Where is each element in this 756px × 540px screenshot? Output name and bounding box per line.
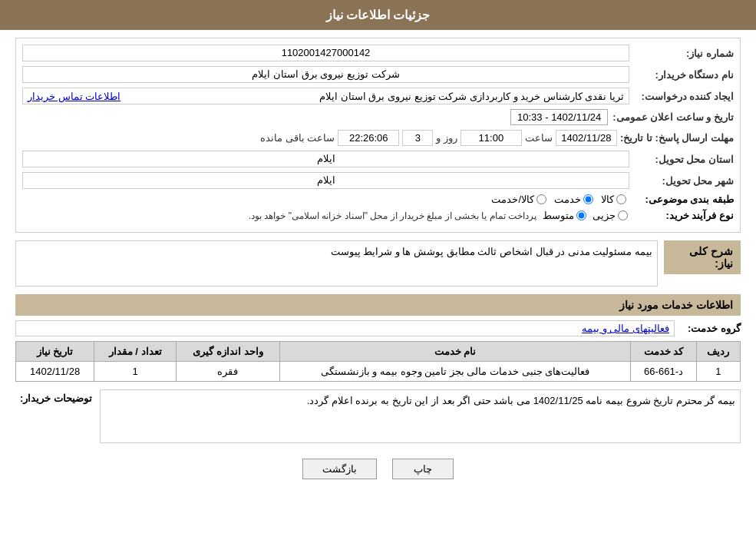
purchase-type-radio-jozii[interactable]: جزیی <box>593 210 628 221</box>
need-number-row: شماره نیاز: 1102001427000142 <box>22 45 734 61</box>
category-radio-khedmat[interactable]: خدمت <box>554 194 593 205</box>
cell-unit: فقره <box>177 362 280 382</box>
province-value: ایلام <box>22 151 629 167</box>
remaining-time-label: ساعت باقی مانده <box>260 132 335 144</box>
button-row: چاپ بازگشت <box>15 459 741 479</box>
buyer-desc-text: بیمه گر محترم تاریخ شروع بیمه نامه 1402/… <box>307 395 735 406</box>
purchase-type-motavasset-label: متوسط <box>543 210 574 221</box>
province-label: استان محل تحویل: <box>634 154 734 165</box>
purchase-type-jozii-label: جزیی <box>593 210 616 221</box>
need-number-value: 1102001427000142 <box>22 45 629 61</box>
buyer-org-row: نام دستگاه خریدار: شرکت توزیع نیروی برق … <box>22 66 734 83</box>
need-description-header: شرح کلی نیاز: <box>664 240 741 274</box>
deadline-row: مهلت ارسال پاسخ: تا تاریخ: 1402/11/28 سا… <box>22 130 734 146</box>
col-quantity: تعداد / مقدار <box>94 342 177 362</box>
page-wrapper: جزئیات اطلاعات نیاز شماره نیاز: 11020014… <box>0 0 756 540</box>
need-description-section: شرح کلی نیاز: <box>15 240 741 287</box>
purchase-type-label: نوع فرآیند خرید: <box>634 210 734 221</box>
col-service-code: کد خدمت <box>631 342 696 362</box>
category-kala-label: کالا <box>601 194 614 205</box>
purchase-type-radio-motavasset[interactable]: متوسط <box>543 210 586 221</box>
buyer-description-section: بیمه گر محترم تاریخ شروع بیمه نامه 1402/… <box>15 389 741 443</box>
buyer-desc-box: بیمه گر محترم تاریخ شروع بیمه نامه 1402/… <box>100 389 741 443</box>
buyer-desc-label: توضیحات خریدار: <box>15 389 92 404</box>
info-section: شماره نیاز: 1102001427000142 نام دستگاه … <box>15 38 741 233</box>
city-row: شهر محل تحویل: ایلام <box>22 172 734 189</box>
col-service-name: نام خدمت <box>279 342 631 362</box>
deadline-time-label: ساعت <box>525 132 553 144</box>
category-label: طبقه بندی موضوعی: <box>634 194 734 205</box>
service-info-header: اطلاعات خدمات مورد نیاز <box>15 294 741 316</box>
creator-value: ثریا نقدی کارشناس خرید و کاربردازی شرکت … <box>319 91 624 102</box>
col-need-date: تاریخ نیاز <box>16 342 94 362</box>
print-button[interactable]: چاپ <box>392 459 454 479</box>
cell-service-code: د-661-66 <box>631 362 696 382</box>
announce-value: 1402/11/24 - 10:33 <box>510 109 608 125</box>
city-label: شهر محل تحویل: <box>634 175 734 187</box>
col-unit: واحد اندازه گیری <box>177 342 280 362</box>
remaining-day-label: روز و <box>436 132 457 144</box>
service-group-value-link[interactable]: فعالیتهای مالی و بیمه <box>582 323 669 334</box>
cell-service-name: فعالیت‌های جنبی خدمات مالی بجز تامین وجو… <box>279 362 631 382</box>
buyer-org-label: نام دستگاه خریدار: <box>634 69 734 81</box>
service-group-value: فعالیتهای مالی و بیمه <box>15 320 675 336</box>
buyer-org-value: شرکت توزیع نیروی برق استان ایلام <box>22 66 629 83</box>
cell-quantity: 1 <box>94 362 177 382</box>
category-row: طبقه بندی موضوعی: کالا خدمت کالا/خدمت <box>22 194 734 205</box>
remaining-days: 3 <box>402 130 433 146</box>
category-kala-khedmat-label: کالا/خدمت <box>491 194 534 205</box>
creator-row: ایجاد کننده درخواست: ثریا نقدی کارشناس خ… <box>22 88 734 104</box>
need-description-textarea <box>15 240 658 287</box>
table-row: 1 د-661-66 فعالیت‌های جنبی خدمات مالی بج… <box>16 362 741 382</box>
purchase-type-row: نوع فرآیند خرید: جزیی متوسط پرداخت تمام … <box>22 210 734 221</box>
category-radio-kala[interactable]: کالا <box>601 194 626 205</box>
creator-value-box: ثریا نقدی کارشناس خرید و کاربردازی شرکت … <box>22 88 629 104</box>
cell-row-num: 1 <box>696 362 740 382</box>
page-title: جزئیات اطلاعات نیاز <box>326 8 431 22</box>
back-button[interactable]: بازگشت <box>302 459 377 479</box>
col-row-num: ردیف <box>696 342 740 362</box>
page-header: جزئیات اطلاعات نیاز <box>0 0 756 30</box>
announce-label: تاریخ و ساعت اعلان عمومی: <box>612 111 734 123</box>
province-row: استان محل تحویل: ایلام <box>22 151 734 167</box>
remaining-time: 22:26:06 <box>338 130 399 146</box>
deadline-date: 1402/11/28 <box>556 130 617 146</box>
need-number-label: شماره نیاز: <box>634 48 734 59</box>
contact-link[interactable]: اطلاعات تماس خریدار <box>28 91 120 102</box>
deadline-time: 11:00 <box>461 130 522 146</box>
service-group-label: گروه خدمت: <box>679 323 741 334</box>
main-content: شماره نیاز: 1102001427000142 نام دستگاه … <box>0 30 756 495</box>
service-table: ردیف کد خدمت نام خدمت واحد اندازه گیری ت… <box>15 341 741 382</box>
creator-label: ایجاد کننده درخواست: <box>634 91 734 102</box>
purchase-type-note: پرداخت تمام یا بخشی از مبلغ خریدار از مح… <box>249 210 536 221</box>
service-info-section: اطلاعات خدمات مورد نیاز گروه خدمت: فعالی… <box>15 294 741 382</box>
service-group-row: گروه خدمت: فعالیتهای مالی و بیمه <box>15 320 741 336</box>
announce-row: تاریخ و ساعت اعلان عمومی: 1402/11/24 - 1… <box>22 109 734 125</box>
category-khedmat-label: خدمت <box>554 194 581 205</box>
deadline-label: مهلت ارسال پاسخ: تا تاریخ: <box>620 132 734 144</box>
category-radio-kala-khedmat[interactable]: کالا/خدمت <box>491 194 546 205</box>
cell-need-date: 1402/11/28 <box>16 362 94 382</box>
city-value: ایلام <box>22 172 629 189</box>
table-header-row: ردیف کد خدمت نام خدمت واحد اندازه گیری ت… <box>16 342 741 362</box>
